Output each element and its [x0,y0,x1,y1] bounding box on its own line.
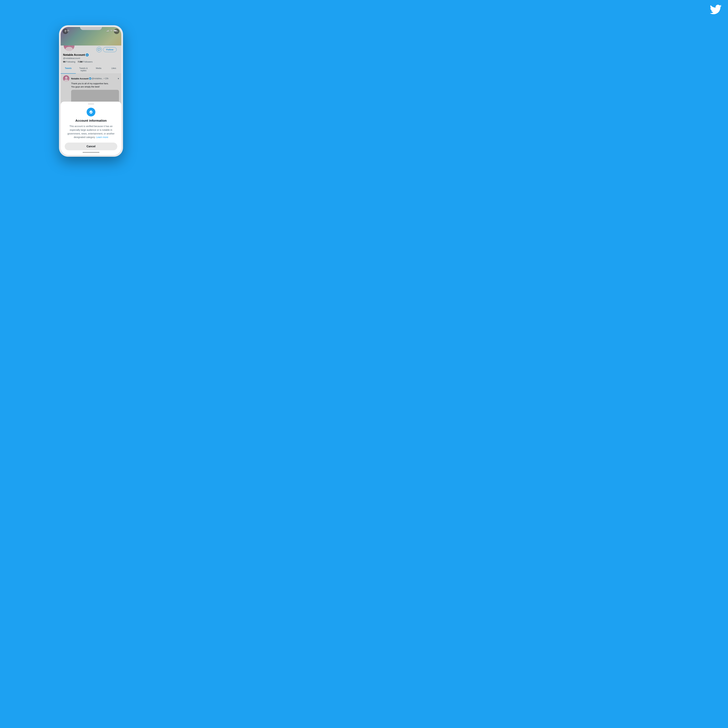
sheet-body: This account is verified because it has … [65,124,117,139]
home-indicator [83,152,99,153]
bottom-sheet-overlay: Account information This account is veri… [61,27,121,155]
bottom-sheet: Account information This account is veri… [61,102,121,155]
sheet-verified-icon [87,108,95,116]
learn-more-link[interactable]: Learn more [96,136,109,139]
phone-screen: 9:15 [61,27,121,155]
phone-shell: 9:15 [59,25,123,157]
sheet-handle [88,104,94,104]
sheet-title: Account information [75,119,107,122]
cancel-button[interactable]: Cancel [65,142,117,150]
